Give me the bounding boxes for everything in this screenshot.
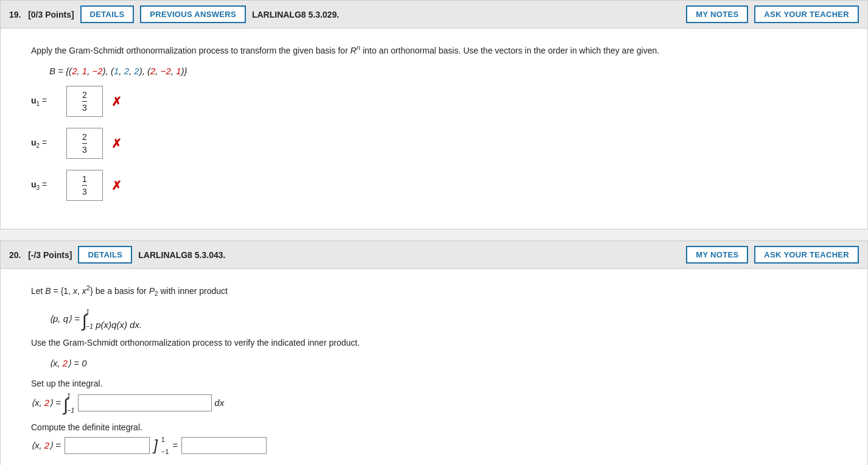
q19-ask-teacher-button[interactable]: ASK YOUR TEACHER	[754, 5, 859, 23]
question-19-block: 19. [0/3 Points] DETAILS PREVIOUS ANSWER…	[0, 0, 868, 229]
u2-denominator: 3	[82, 145, 87, 155]
eval-bounds: 1 −1	[161, 436, 169, 455]
q20-num-text: 20.	[9, 250, 21, 260]
u3-denominator: 3	[82, 187, 87, 197]
setup-dx: dx	[214, 397, 224, 408]
u2-fraction-box: 2 3	[66, 128, 103, 159]
q20-compute-row: ⟨x, 2⟩ = ] 1 −1 =	[31, 436, 843, 455]
question-20-block: 20. [-/3 Points] DETAILS LARLINALG8 5.3.…	[0, 240, 868, 465]
question-20-body: Let B = {1, x, x2} be a basis for P2 wit…	[1, 269, 867, 465]
q19-points: [0/3 Points]	[28, 10, 74, 19]
q19-basis: B = {(2, 1, −2), (1, 2, 2), (2, −2, 1)}	[49, 66, 843, 76]
q20-ask-teacher-button[interactable]: ASK YOUR TEACHER	[754, 246, 859, 264]
compute-lhs: ⟨x, 2⟩ =	[31, 440, 61, 451]
u1-numerator: 2	[82, 90, 87, 102]
q20-number: 20. [-/3 Points]	[9, 250, 72, 260]
q20-use-text: Use the Gram-Schmidt orthonormalization …	[31, 336, 843, 349]
question-19-header: 19. [0/3 Points] DETAILS PREVIOUS ANSWER…	[1, 1, 867, 29]
q20-setup-row: ⟨x, 2⟩ = ∫ 1 −1 dx	[31, 392, 843, 414]
q20-inner-product-check: ⟨x, 2⟩ = 0	[49, 358, 843, 369]
eval-lower-bound: −1	[161, 448, 169, 455]
u3-incorrect-icon: ✗	[111, 178, 122, 193]
u3-label: u3 =	[31, 180, 61, 191]
q19-num-text: 19.	[9, 10, 21, 19]
u1-fraction-box: 2 3	[66, 86, 103, 117]
u1-incorrect-icon: ✗	[111, 94, 122, 109]
q20-problem-id: LARLINALG8 5.3.043.	[138, 250, 225, 260]
u1-label: u1 =	[31, 96, 61, 107]
setup-integrand-input[interactable]	[78, 394, 212, 411]
q20-intro-text: Let B = {1, x, x2} be a basis for P2 wit…	[31, 282, 843, 299]
u1-row: u1 = 2 3 ✗	[31, 86, 843, 117]
setup-integral-sign: ∫	[63, 397, 68, 414]
question-20-header: 20. [-/3 Points] DETAILS LARLINALG8 5.3.…	[1, 241, 867, 269]
integral-sign: ∫	[82, 313, 87, 330]
integrand-text: p(x)q(x) dx.	[96, 320, 142, 330]
q19-problem-text: Apply the Gram-Schmidt orthonormalizatio…	[31, 42, 843, 57]
q20-integral-def: ∫ 1 −1 p(x)q(x) dx.	[82, 308, 142, 330]
q20-inner-product-def: ⟨p, q⟩ = ∫ 1 −1 p(x)q(x) dx.	[49, 308, 843, 330]
eval-upper-bound: 1	[161, 436, 165, 443]
q19-number: 19. [0/3 Points]	[9, 10, 74, 19]
u2-incorrect-icon: ✗	[111, 136, 122, 151]
setup-integral: ∫ 1 −1	[63, 392, 75, 414]
u2-numerator: 2	[82, 132, 87, 144]
q19-previous-answers-button[interactable]: PREVIOUS ANSWERS	[140, 5, 246, 23]
compute-equals: =	[172, 440, 178, 450]
q20-setup-label: Set up the integral.	[31, 379, 843, 388]
u3-fraction-box: 1 3	[66, 170, 103, 201]
u3-row: u3 = 1 3 ✗	[31, 170, 843, 201]
q19-problem-id: LARLINALG8 5.3.029.	[252, 10, 339, 19]
u3-numerator: 1	[82, 174, 87, 186]
q20-compute-label: Compute the definite integral.	[31, 422, 843, 432]
q20-details-button[interactable]: DETAILS	[78, 246, 132, 264]
compute-result-input[interactable]	[181, 437, 267, 454]
question-19-body: Apply the Gram-Schmidt orthonormalizatio…	[1, 29, 867, 229]
q19-my-notes-button[interactable]: MY NOTES	[686, 5, 748, 23]
u2-row: u2 = 2 3 ✗	[31, 128, 843, 159]
q19-details-button[interactable]: DETAILS	[80, 5, 135, 23]
compute-antiderivative-input[interactable]	[65, 437, 150, 454]
u1-denominator: 3	[82, 103, 87, 113]
q20-my-notes-button[interactable]: MY NOTES	[686, 246, 748, 264]
u2-label: u2 =	[31, 138, 61, 149]
q20-points: [-/3 Points]	[28, 250, 72, 260]
eval-bracket: ]	[153, 438, 158, 453]
setup-lhs: ⟨x, 2⟩ =	[31, 397, 61, 408]
